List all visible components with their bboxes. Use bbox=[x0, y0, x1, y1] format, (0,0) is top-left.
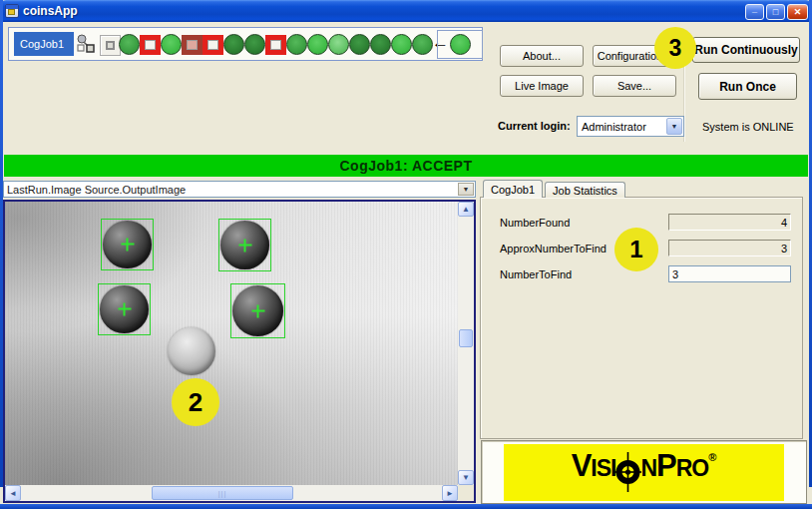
image-canvas bbox=[5, 202, 458, 485]
field-label-numbertofind: NumberToFind bbox=[500, 268, 572, 280]
status-square-indicator bbox=[182, 35, 203, 55]
status-circle-indicator bbox=[223, 34, 244, 55]
scroll-up-button[interactable]: ▲ bbox=[458, 202, 474, 217]
trailing-shape-holder bbox=[437, 30, 483, 59]
status-final-indicator bbox=[450, 34, 471, 55]
job-name-label[interactable]: CogJob1 bbox=[14, 32, 74, 56]
field-label-approxnumbertofind: ApproxNumberToFind bbox=[500, 243, 607, 254]
scroll-right-icon: ► bbox=[446, 489, 454, 498]
logo-letter: V bbox=[572, 450, 592, 481]
chevron-down-icon: ▼ bbox=[463, 186, 470, 193]
app-window: coinsApp _ □ ✕ CogJob1 ← About... Config… bbox=[0, 0, 812, 509]
minimize-button[interactable]: _ bbox=[745, 4, 764, 20]
annotation-callout-3: 3 bbox=[654, 27, 696, 69]
status-circle-indicator bbox=[349, 34, 370, 55]
scroll-left-icon: ◄ bbox=[9, 489, 17, 498]
live-image-button[interactable]: Live Image bbox=[500, 75, 584, 97]
status-circle-indicator bbox=[119, 34, 140, 55]
window-border-bottom bbox=[0, 504, 812, 509]
save-button[interactable]: Save... bbox=[593, 75, 676, 97]
field-value-approxnumbertofind: 3 bbox=[668, 240, 791, 256]
status-circle-indicator bbox=[307, 34, 328, 55]
field-label-numberfound: NumberFound bbox=[500, 217, 570, 229]
window-title: coinsApp bbox=[23, 4, 78, 18]
scroll-left-button[interactable]: ◄ bbox=[5, 485, 21, 501]
found-coin-box bbox=[101, 219, 154, 270]
horizontal-scrollbar[interactable]: ◄ ||| ► bbox=[5, 485, 458, 501]
found-coin-box bbox=[230, 283, 285, 338]
annotation-callout-2: 2 bbox=[172, 378, 219, 426]
tab-cogjob1[interactable]: CogJob1 bbox=[483, 180, 543, 198]
scroll-up-icon: ▲ bbox=[462, 205, 470, 214]
crosshair-o-icon bbox=[614, 450, 641, 495]
field-value-numberfound: 4 bbox=[668, 214, 791, 231]
annotation-callout-1: 1 bbox=[614, 228, 658, 271]
status-circle-indicator bbox=[161, 34, 182, 55]
close-icon: ✕ bbox=[794, 7, 802, 17]
logo-letters: RO bbox=[676, 457, 709, 480]
field-value-numbertofind[interactable]: 3 bbox=[668, 265, 791, 282]
found-coin-box bbox=[98, 283, 151, 335]
match-crosshair-icon bbox=[251, 304, 264, 317]
login-dropdown[interactable]: Administrator ▼ bbox=[577, 116, 684, 137]
result-banner: CogJob1: ACCEPT bbox=[4, 155, 808, 177]
logo-panel: VISI NPRO® bbox=[481, 440, 807, 504]
coin bbox=[168, 327, 215, 375]
scrollbar-corner bbox=[458, 485, 474, 501]
status-circle-indicator bbox=[244, 34, 265, 55]
logo-letter: P bbox=[656, 450, 676, 481]
system-online-status: System is ONLINE bbox=[702, 121, 794, 133]
scroll-right-button[interactable]: ► bbox=[442, 485, 458, 501]
link-tool-icon[interactable] bbox=[75, 33, 99, 57]
image-source-value: LastRun.Image Source.OutputImage bbox=[7, 184, 186, 196]
close-button[interactable]: ✕ bbox=[787, 4, 808, 20]
chevron-down-icon: ▼ bbox=[671, 123, 678, 130]
status-square-indicator bbox=[140, 35, 161, 55]
horizontal-scroll-thumb[interactable]: ||| bbox=[152, 486, 293, 500]
about-button[interactable]: About... bbox=[500, 45, 584, 67]
login-dropdown-arrow[interactable]: ▼ bbox=[666, 118, 682, 135]
logo-letter: N bbox=[640, 457, 656, 480]
status-shapes-row bbox=[119, 34, 433, 55]
logo-letters: ISI bbox=[591, 457, 615, 480]
tool-square-icon[interactable] bbox=[100, 35, 121, 56]
tab-job-statistics[interactable]: Job Statistics bbox=[545, 182, 625, 198]
run-once-button[interactable]: Run Once bbox=[698, 73, 797, 100]
status-square-indicator bbox=[203, 35, 223, 55]
thumb-grip: ||| bbox=[218, 490, 226, 497]
status-circle-indicator bbox=[391, 34, 412, 55]
status-circle-indicator bbox=[370, 34, 391, 55]
status-circle-indicator bbox=[328, 34, 349, 55]
status-circle-indicator bbox=[412, 34, 433, 55]
app-icon bbox=[5, 4, 19, 18]
tab-strip: CogJob1Job Statistics bbox=[483, 180, 627, 198]
maximize-button[interactable]: □ bbox=[766, 4, 785, 20]
vertical-scrollbar[interactable]: ▲ ▼ bbox=[458, 202, 474, 485]
image-viewer: ▲ ▼ ◄ ||| ► bbox=[3, 200, 476, 503]
found-coin-box bbox=[218, 219, 271, 271]
vertical-scroll-thumb[interactable] bbox=[459, 329, 473, 347]
run-continuously-button[interactable]: Run Continuously bbox=[692, 37, 800, 63]
image-source-dropdown[interactable]: LastRun.Image Source.OutputImage ▼ bbox=[3, 181, 476, 198]
login-selected-value: Administrator bbox=[582, 121, 646, 133]
match-crosshair-icon bbox=[118, 303, 131, 316]
scroll-down-button[interactable]: ▼ bbox=[458, 470, 474, 485]
current-login-label: Current login: bbox=[498, 120, 571, 132]
job-toolbar: CogJob1 ← bbox=[8, 27, 483, 61]
match-crosshair-icon bbox=[238, 239, 251, 252]
titlebar: coinsApp _ □ ✕ bbox=[0, 0, 812, 22]
visionpro-logo-text: VISI NPRO® bbox=[572, 450, 717, 495]
window-border-left bbox=[0, 0, 3, 487]
maximize-icon: □ bbox=[773, 7, 778, 17]
match-crosshair-icon bbox=[121, 239, 134, 252]
status-square-indicator bbox=[265, 35, 286, 55]
minimize-icon: _ bbox=[752, 4, 757, 14]
status-circle-indicator bbox=[286, 34, 307, 55]
visionpro-logo: VISI NPRO® bbox=[504, 444, 784, 501]
unmatched-coin bbox=[167, 326, 216, 376]
registered-mark: ® bbox=[708, 452, 716, 463]
image-source-dropdown-arrow[interactable]: ▼ bbox=[458, 183, 474, 196]
result-banner-text: CogJob1: ACCEPT bbox=[340, 158, 473, 174]
scroll-down-icon: ▼ bbox=[462, 473, 470, 482]
